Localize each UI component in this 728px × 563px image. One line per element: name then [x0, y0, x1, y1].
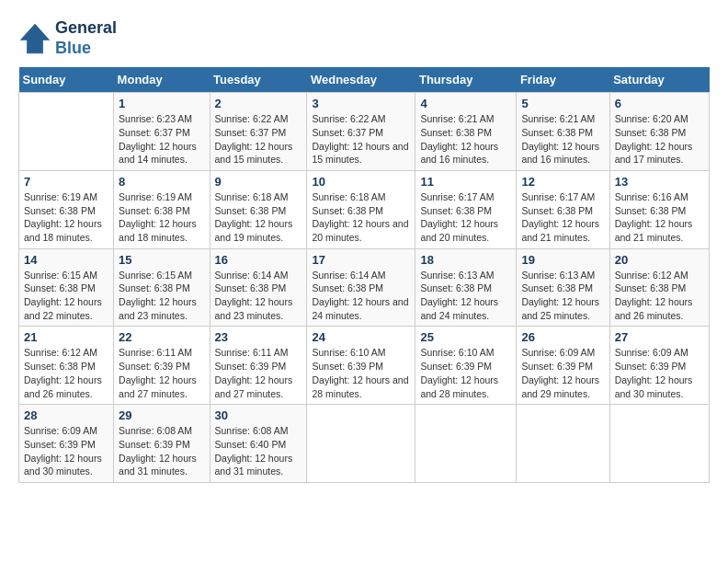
day-cell: 26Sunrise: 6:09 AMSunset: 6:39 PMDayligh… — [517, 327, 609, 405]
day-cell: 16Sunrise: 6:14 AMSunset: 6:38 PMDayligh… — [210, 248, 307, 327]
day-number: 29 — [119, 408, 204, 422]
col-header-thursday: Thursday — [415, 67, 517, 93]
day-cell: 2Sunrise: 6:22 AMSunset: 6:37 PMDaylight… — [210, 93, 307, 171]
logo-icon — [18, 22, 51, 55]
day-cell: 18Sunrise: 6:13 AMSunset: 6:38 PMDayligh… — [415, 248, 517, 327]
day-cell: 28Sunrise: 6:09 AMSunset: 6:39 PMDayligh… — [19, 405, 114, 483]
day-info: Sunrise: 6:14 AMSunset: 6:38 PMDaylight:… — [215, 269, 302, 323]
day-info: Sunrise: 6:11 AMSunset: 6:39 PMDaylight:… — [119, 346, 204, 400]
day-number: 28 — [24, 408, 108, 422]
day-number: 2 — [215, 97, 302, 110]
day-cell: 11Sunrise: 6:17 AMSunset: 6:38 PMDayligh… — [415, 170, 517, 248]
logo-text-line2: Blue — [55, 39, 117, 59]
day-info: Sunrise: 6:19 AMSunset: 6:38 PMDaylight:… — [119, 190, 204, 245]
day-number: 12 — [521, 175, 604, 189]
day-cell: 3Sunrise: 6:22 AMSunset: 6:37 PMDaylight… — [307, 93, 415, 171]
day-info: Sunrise: 6:18 AMSunset: 6:38 PMDaylight:… — [312, 190, 410, 245]
day-info: Sunrise: 6:17 AMSunset: 6:38 PMDaylight:… — [420, 190, 511, 245]
day-info: Sunrise: 6:14 AMSunset: 6:38 PMDaylight:… — [312, 269, 410, 323]
day-info: Sunrise: 6:15 AMSunset: 6:38 PMDaylight:… — [24, 269, 108, 323]
day-cell: 17Sunrise: 6:14 AMSunset: 6:38 PMDayligh… — [307, 248, 415, 327]
day-number: 17 — [312, 253, 410, 267]
day-cell: 24Sunrise: 6:10 AMSunset: 6:39 PMDayligh… — [307, 327, 415, 405]
day-info: Sunrise: 6:21 AMSunset: 6:38 PMDaylight:… — [521, 112, 604, 167]
day-cell: 6Sunrise: 6:20 AMSunset: 6:38 PMDaylight… — [609, 93, 709, 171]
day-number: 15 — [119, 253, 204, 267]
day-number: 22 — [119, 330, 204, 344]
week-row-5: 28Sunrise: 6:09 AMSunset: 6:39 PMDayligh… — [19, 405, 710, 483]
day-cell — [609, 405, 709, 483]
day-number: 3 — [312, 97, 410, 110]
day-cell: 25Sunrise: 6:10 AMSunset: 6:39 PMDayligh… — [415, 327, 517, 405]
day-number: 14 — [24, 253, 108, 267]
day-cell: 14Sunrise: 6:15 AMSunset: 6:38 PMDayligh… — [19, 248, 114, 327]
day-number: 9 — [215, 175, 302, 189]
day-cell: 1Sunrise: 6:23 AMSunset: 6:37 PMDaylight… — [114, 93, 210, 171]
calendar-table: SundayMondayTuesdayWednesdayThursdayFrid… — [18, 67, 710, 483]
day-info: Sunrise: 6:23 AMSunset: 6:37 PMDaylight:… — [119, 112, 204, 167]
day-number: 27 — [615, 330, 704, 344]
day-cell: 27Sunrise: 6:09 AMSunset: 6:39 PMDayligh… — [609, 327, 709, 405]
logo: General Blue — [18, 18, 117, 58]
day-cell: 10Sunrise: 6:18 AMSunset: 6:38 PMDayligh… — [307, 170, 415, 248]
day-info: Sunrise: 6:12 AMSunset: 6:38 PMDaylight:… — [615, 269, 704, 323]
day-info: Sunrise: 6:18 AMSunset: 6:38 PMDaylight:… — [215, 190, 302, 245]
day-cell: 30Sunrise: 6:08 AMSunset: 6:40 PMDayligh… — [210, 405, 307, 483]
day-info: Sunrise: 6:13 AMSunset: 6:38 PMDaylight:… — [420, 269, 511, 323]
day-number: 4 — [420, 97, 511, 110]
day-cell: 15Sunrise: 6:15 AMSunset: 6:38 PMDayligh… — [114, 248, 210, 327]
day-info: Sunrise: 6:09 AMSunset: 6:39 PMDaylight:… — [615, 346, 704, 400]
day-info: Sunrise: 6:09 AMSunset: 6:39 PMDaylight:… — [521, 346, 604, 400]
week-row-3: 14Sunrise: 6:15 AMSunset: 6:38 PMDayligh… — [19, 248, 710, 327]
day-number: 6 — [615, 97, 704, 110]
day-cell — [517, 405, 609, 483]
day-number: 16 — [215, 253, 302, 267]
day-number: 21 — [24, 330, 108, 344]
day-cell: 20Sunrise: 6:12 AMSunset: 6:38 PMDayligh… — [609, 248, 709, 327]
day-number: 1 — [119, 97, 204, 110]
day-info: Sunrise: 6:11 AMSunset: 6:39 PMDaylight:… — [215, 346, 302, 400]
day-number: 24 — [312, 330, 410, 344]
day-cell: 12Sunrise: 6:17 AMSunset: 6:38 PMDayligh… — [517, 170, 609, 248]
day-info: Sunrise: 6:22 AMSunset: 6:37 PMDaylight:… — [215, 112, 302, 167]
day-cell — [19, 93, 114, 171]
col-header-tuesday: Tuesday — [210, 67, 307, 93]
day-cell: 8Sunrise: 6:19 AMSunset: 6:38 PMDaylight… — [114, 170, 210, 248]
day-number: 30 — [215, 408, 302, 422]
day-number: 20 — [615, 253, 704, 267]
day-number: 8 — [119, 175, 204, 189]
week-row-4: 21Sunrise: 6:12 AMSunset: 6:38 PMDayligh… — [19, 327, 710, 405]
day-cell — [307, 405, 415, 483]
day-info: Sunrise: 6:09 AMSunset: 6:39 PMDaylight:… — [24, 424, 108, 478]
day-info: Sunrise: 6:12 AMSunset: 6:38 PMDaylight:… — [24, 346, 108, 400]
day-number: 25 — [420, 330, 511, 344]
header: General Blue — [18, 18, 710, 58]
day-number: 5 — [521, 97, 604, 110]
col-header-wednesday: Wednesday — [307, 67, 415, 93]
day-info: Sunrise: 6:21 AMSunset: 6:38 PMDaylight:… — [420, 112, 511, 167]
day-number: 11 — [420, 175, 511, 189]
day-cell: 7Sunrise: 6:19 AMSunset: 6:38 PMDaylight… — [19, 170, 114, 248]
day-cell: 9Sunrise: 6:18 AMSunset: 6:38 PMDaylight… — [210, 170, 307, 248]
logo-text-line1: General — [55, 18, 117, 39]
day-number: 23 — [215, 330, 302, 344]
day-cell: 19Sunrise: 6:13 AMSunset: 6:38 PMDayligh… — [517, 248, 609, 327]
day-info: Sunrise: 6:08 AMSunset: 6:40 PMDaylight:… — [215, 424, 302, 478]
header-row: SundayMondayTuesdayWednesdayThursdayFrid… — [19, 67, 710, 93]
day-number: 10 — [312, 175, 410, 189]
col-header-saturday: Saturday — [609, 67, 709, 93]
day-info: Sunrise: 6:19 AMSunset: 6:38 PMDaylight:… — [24, 190, 108, 245]
day-number: 7 — [24, 175, 108, 189]
week-row-2: 7Sunrise: 6:19 AMSunset: 6:38 PMDaylight… — [19, 170, 710, 248]
day-info: Sunrise: 6:08 AMSunset: 6:39 PMDaylight:… — [119, 424, 204, 478]
week-row-1: 1Sunrise: 6:23 AMSunset: 6:37 PMDaylight… — [19, 93, 710, 171]
day-cell — [415, 405, 517, 483]
day-cell: 5Sunrise: 6:21 AMSunset: 6:38 PMDaylight… — [517, 93, 609, 171]
day-cell: 29Sunrise: 6:08 AMSunset: 6:39 PMDayligh… — [114, 405, 210, 483]
day-info: Sunrise: 6:17 AMSunset: 6:38 PMDaylight:… — [521, 190, 604, 245]
day-info: Sunrise: 6:22 AMSunset: 6:37 PMDaylight:… — [312, 112, 410, 167]
day-cell: 22Sunrise: 6:11 AMSunset: 6:39 PMDayligh… — [114, 327, 210, 405]
day-info: Sunrise: 6:10 AMSunset: 6:39 PMDaylight:… — [420, 346, 511, 400]
day-info: Sunrise: 6:20 AMSunset: 6:38 PMDaylight:… — [615, 112, 704, 167]
day-cell: 13Sunrise: 6:16 AMSunset: 6:38 PMDayligh… — [609, 170, 709, 248]
